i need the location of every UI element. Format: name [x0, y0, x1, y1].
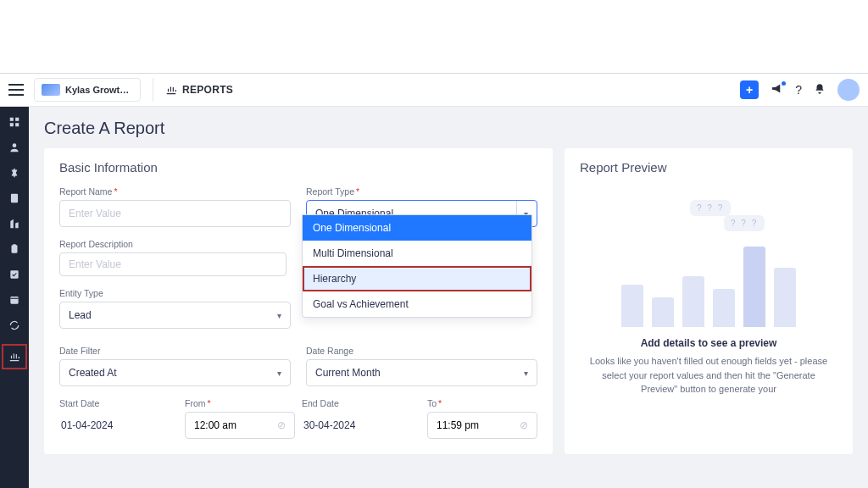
svg-rect-1 [15, 118, 19, 121]
basic-info-card: Basic Information Report Name* Report Ty… [44, 148, 553, 454]
sidebar-reports-icon [8, 350, 21, 363]
svg-rect-0 [10, 118, 14, 121]
sidebar-reports-active[interactable] [2, 344, 27, 369]
sidebar-company-icon[interactable] [8, 217, 21, 230]
preview-illustration: ? ? ? ? ? ? [580, 191, 837, 327]
notifications-icon[interactable] [814, 83, 826, 97]
report-type-dropdown: One Dimensional Multi Dimensional Hierar… [302, 214, 532, 318]
sidebar-user-icon[interactable] [8, 141, 21, 154]
preview-empty-text: Looks like you haven't filled out enough… [580, 354, 837, 396]
entity-type-field: Entity Type Lead ▾ [59, 288, 291, 329]
svg-rect-9 [10, 297, 18, 304]
report-type-label: Report Type* [306, 186, 537, 197]
reports-icon [165, 84, 177, 96]
clear-icon[interactable]: ⊘ [520, 419, 528, 431]
section-label: REPORTS [182, 84, 233, 96]
end-date-field: End Date 30-04-2024 [302, 398, 420, 439]
dropdown-option-one-dimensional[interactable]: One Dimensional [303, 215, 531, 241]
sidebar-sync-icon[interactable] [8, 319, 21, 332]
start-date-field: Start Date 01-04-2024 [59, 398, 178, 439]
sidebar-dashboard-icon[interactable] [8, 115, 21, 129]
date-range-label: Date Range [306, 346, 537, 356]
entity-type-value: Lead [69, 309, 92, 321]
to-time-field: To* 11:59 pm ⊘ [427, 398, 537, 439]
report-name-field: Report Name* [59, 186, 291, 227]
workspace-name: Kylas Growth E… [65, 85, 133, 95]
to-label: To* [427, 398, 537, 408]
report-preview-heading: Report Preview [580, 160, 837, 175]
clear-icon[interactable]: ⊘ [277, 419, 286, 431]
entity-type-label: Entity Type [59, 288, 291, 298]
end-date-label: End Date [302, 398, 420, 408]
from-label: From* [185, 398, 295, 408]
announcements-icon[interactable] [771, 82, 783, 97]
chevron-down-icon: ▾ [277, 369, 281, 378]
sidebar-contact-icon[interactable] [8, 191, 21, 205]
workspace-chip[interactable]: Kylas Growth E… [34, 78, 141, 102]
sidebar [0, 107, 29, 488]
basic-info-heading: Basic Information [59, 160, 537, 175]
sidebar-tasks-icon[interactable] [8, 268, 21, 281]
create-button[interactable]: + [740, 80, 759, 99]
to-time-input[interactable]: 11:59 pm ⊘ [427, 412, 537, 439]
end-date-value: 30-04-2024 [302, 412, 420, 439]
chevron-down-icon: ▾ [277, 311, 281, 320]
svg-rect-8 [10, 270, 18, 278]
date-filter-value: Created At [69, 367, 117, 379]
start-date-value: 01-04-2024 [59, 412, 178, 439]
date-filter-label: Date Filter [59, 346, 291, 356]
dropdown-option-multi-dimensional[interactable]: Multi Dimensional [303, 241, 531, 266]
sidebar-calendar-icon[interactable] [8, 293, 21, 307]
preview-empty-title: Add details to see a preview [580, 337, 837, 349]
svg-rect-2 [10, 123, 14, 126]
topbar-actions: + ? [740, 79, 860, 101]
top-bar: Kylas Growth E… REPORTS + ? [0, 73, 868, 107]
placeholder-bubble: ? ? ? [724, 215, 765, 231]
report-name-input-wrap[interactable] [59, 200, 291, 227]
date-range-field: Date Range Current Month ▾ [306, 346, 537, 386]
start-date-label: Start Date [59, 398, 178, 408]
svg-rect-6 [12, 245, 18, 252]
page-body: Create A Report Basic Information Report… [29, 107, 868, 488]
placeholder-bubble: ? ? ? [690, 200, 731, 216]
report-name-input[interactable] [69, 208, 281, 219]
help-icon[interactable]: ? [795, 83, 802, 97]
sidebar-clipboard-icon[interactable] [8, 242, 21, 256]
from-time-input[interactable]: 12:00 am ⊘ [185, 412, 295, 439]
chevron-down-icon: ▾ [524, 369, 528, 378]
date-filter-field: Date Filter Created At ▾ [59, 346, 291, 386]
section-title: REPORTS [165, 84, 233, 96]
svg-point-4 [13, 143, 17, 147]
svg-rect-5 [11, 194, 18, 203]
date-range-value: Current Month [315, 367, 381, 379]
entity-type-select[interactable]: Lead ▾ [59, 302, 291, 329]
sidebar-deals-icon[interactable] [8, 166, 21, 180]
report-name-label: Report Name* [59, 186, 291, 197]
to-time-value: 11:59 pm [437, 419, 479, 431]
divider [153, 78, 153, 102]
from-time-value: 12:00 am [194, 419, 236, 431]
date-range-select[interactable]: Current Month ▾ [306, 359, 537, 386]
from-time-field: From* 12:00 am ⊘ [185, 398, 295, 439]
avatar[interactable] [837, 79, 860, 101]
report-preview-card: Report Preview ? ? ? ? ? ? Add details t… [565, 148, 853, 454]
menu-toggle-icon[interactable] [8, 84, 24, 96]
svg-rect-3 [15, 123, 19, 126]
dropdown-option-hierarchy[interactable]: Hierarchy [303, 266, 531, 291]
report-description-input-wrap[interactable] [59, 252, 287, 276]
dropdown-option-goal-vs-achievement[interactable]: Goal vs Achievement [303, 291, 531, 317]
svg-rect-7 [13, 244, 16, 246]
date-filter-select[interactable]: Created At ▾ [59, 359, 291, 386]
brand-logo [42, 84, 60, 96]
report-description-input[interactable] [69, 258, 277, 270]
page-title: Create A Report [44, 119, 853, 138]
